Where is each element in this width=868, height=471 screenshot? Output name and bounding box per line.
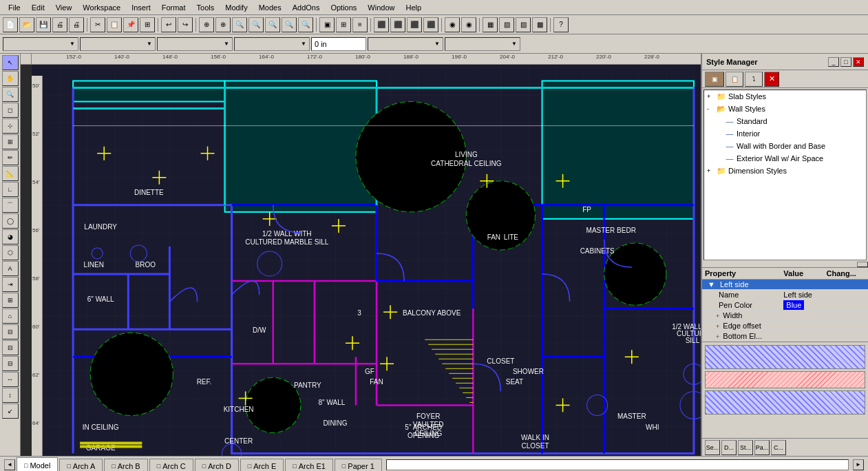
tool12[interactable]: ◕ — [2, 229, 19, 244]
undo-btn[interactable]: ↩ — [161, 17, 176, 32]
tool19[interactable]: ⊟ — [2, 340, 19, 355]
menu-file[interactable]: File — [3, 2, 26, 13]
sm-import-btn[interactable]: ⤵ — [745, 72, 763, 87]
sm-delete-btn[interactable]: ✕ — [764, 72, 779, 87]
tool8[interactable]: 📐 — [2, 166, 19, 181]
tab-paper-1[interactable]: □ Paper 1 — [335, 459, 382, 471]
zoom2-btn[interactable]: 🔍 — [248, 17, 264, 32]
wall3-btn[interactable]: ▨ — [516, 17, 531, 32]
tree-dimension-styles[interactable]: + 📁 Dimension Styles — [704, 165, 866, 177]
dropdown4[interactable]: ▼ — [234, 37, 310, 51]
edge-offset-expand-icon[interactable]: + — [716, 323, 719, 330]
pan-tool[interactable]: ✋ — [2, 71, 19, 86]
sm-bot-btn4[interactable]: Pa... — [754, 440, 770, 455]
dropdown3[interactable]: ▼ — [157, 37, 233, 51]
render-btn[interactable]: ◉ — [445, 17, 460, 32]
sm-copy-btn[interactable]: 📋 — [726, 72, 743, 87]
tab-arch-b[interactable]: □ Arch B — [104, 459, 147, 471]
prop-row-bottom-el[interactable]: + Bottom El... — [702, 331, 868, 342]
snap-btn[interactable]: ⊕ — [199, 17, 214, 32]
3d2-btn[interactable]: ⬛ — [390, 17, 405, 32]
bottom-el-expand-icon[interactable]: + — [716, 333, 719, 340]
prop-row-name[interactable]: Name Left side — [702, 290, 868, 300]
select-btn[interactable]: ▣ — [319, 17, 335, 32]
tool21[interactable]: ↔ — [2, 372, 19, 387]
copy-btn[interactable]: 📋 — [107, 17, 122, 32]
tool18[interactable]: ⊟ — [2, 324, 19, 339]
slab-expand-icon[interactable]: + — [707, 93, 715, 100]
tree-wall-border-base[interactable]: — Wall with Border and Base — [704, 140, 866, 152]
tab-arch-d[interactable]: □ Arch D — [195, 459, 239, 471]
tool11[interactable]: ◯ — [2, 213, 19, 229]
tab-model[interactable]: □ Model — [17, 457, 58, 471]
dropdown1[interactable]: ▼ — [3, 37, 78, 51]
tool5[interactable]: ⊹ — [2, 118, 19, 134]
3d3-btn[interactable]: ⬛ — [407, 17, 422, 32]
tool4[interactable]: ◻ — [2, 103, 19, 118]
dim-expand-icon[interactable]: + — [707, 167, 715, 174]
coordinate-input[interactable] — [311, 37, 366, 51]
wall2-btn[interactable]: ▧ — [499, 17, 514, 32]
tool14[interactable]: A — [2, 261, 19, 276]
tab-arch-e1[interactable]: □ Arch E1 — [285, 459, 333, 471]
sm-bot-btn5[interactable]: C... — [771, 440, 786, 455]
redo-btn[interactable]: ↪ — [178, 17, 193, 32]
tool15[interactable]: ⇥ — [2, 277, 19, 292]
menu-edit[interactable]: Edit — [26, 2, 50, 13]
help-btn[interactable]: ? — [553, 17, 569, 32]
tool6[interactable]: ⊞ — [2, 134, 19, 149]
drawing-canvas[interactable]: LIVING CATHEDRAL CEILING DINETTE LAUNDRY… — [32, 65, 701, 456]
menu-format[interactable]: Format — [156, 2, 191, 13]
tab-scroll-right[interactable]: ► — [853, 459, 864, 470]
sm-bot-btn1[interactable]: Se... — [705, 440, 720, 455]
select2-btn[interactable]: ⊞ — [336, 17, 351, 32]
menu-workspace[interactable]: Workspace — [77, 2, 126, 13]
zoom-tool[interactable]: 🔍 — [2, 87, 19, 102]
left-side-expand[interactable]: ▼ — [708, 280, 715, 289]
new-btn[interactable]: 📄 — [3, 17, 18, 32]
tool13[interactable]: ⬡ — [2, 245, 19, 260]
tree-wall-styles[interactable]: - 📂 Wall Styles — [704, 103, 866, 115]
render2-btn[interactable]: ◉ — [461, 17, 476, 32]
prop-row-edge-offset[interactable]: + Edge offset — [702, 321, 868, 331]
tool9[interactable]: ∟ — [2, 182, 19, 197]
menu-insert[interactable]: Insert — [126, 2, 156, 13]
zoom4-btn[interactable]: 🔍 — [282, 17, 297, 32]
wall4-btn[interactable]: ▩ — [532, 17, 547, 32]
dropdown2[interactable]: ▼ — [80, 37, 156, 51]
prop-row-width[interactable]: + Width — [702, 311, 868, 321]
dropdown5[interactable]: ▼ — [368, 37, 443, 51]
sm-minimize-btn[interactable]: _ — [828, 57, 839, 67]
menu-help[interactable]: Help — [400, 2, 427, 13]
canvas-area[interactable]: 152'-0 140'-0 148'-0 156'-0 164'-0 172'-… — [21, 54, 701, 456]
prop-row-left-side[interactable]: ▼ Left side — [702, 280, 868, 290]
sm-bot-btn3[interactable]: St... — [738, 440, 753, 455]
sm-close-btn[interactable]: ✕ — [853, 57, 864, 67]
menu-options[interactable]: Options — [325, 2, 362, 13]
prop-row-pen-color[interactable]: Pen Color Blue — [702, 300, 868, 311]
tab-arch-a[interactable]: □ Arch A — [59, 459, 103, 471]
menu-modify[interactable]: Modify — [220, 2, 253, 13]
save-btn[interactable]: 💾 — [36, 17, 51, 32]
tool20[interactable]: ⊟ — [2, 356, 19, 371]
print-btn[interactable]: 🖨 — [52, 17, 67, 32]
wall-btn[interactable]: ▦ — [483, 17, 498, 32]
sm-icon-btn[interactable]: ▣ — [705, 72, 724, 87]
paste2-btn[interactable]: ⊞ — [140, 17, 155, 32]
tab-arch-e[interactable]: □ Arch E — [240, 459, 284, 471]
zoom3-btn[interactable]: 🔍 — [265, 17, 280, 32]
select-tool[interactable]: ↖ — [2, 55, 19, 70]
menu-view[interactable]: View — [50, 2, 78, 13]
tool23[interactable]: ↙ — [2, 404, 19, 419]
cut-btn[interactable]: ✂ — [90, 17, 105, 32]
menu-addons[interactable]: AddOns — [287, 2, 326, 13]
tree-exterior-wall[interactable]: — Exterior Wall w/ Air Space — [704, 152, 866, 165]
tree-standard[interactable]: — Standard — [704, 115, 866, 127]
menu-window[interactable]: Window — [362, 2, 400, 13]
tool17[interactable]: ⌂ — [2, 308, 19, 324]
sm-bot-btn2[interactable]: D... — [721, 440, 737, 455]
3d-btn[interactable]: ⬛ — [374, 17, 389, 32]
dropdown6[interactable]: ▼ — [445, 37, 520, 51]
tab-scrollbar[interactable] — [386, 459, 849, 470]
zoom-btn[interactable]: 🔍 — [232, 17, 247, 32]
